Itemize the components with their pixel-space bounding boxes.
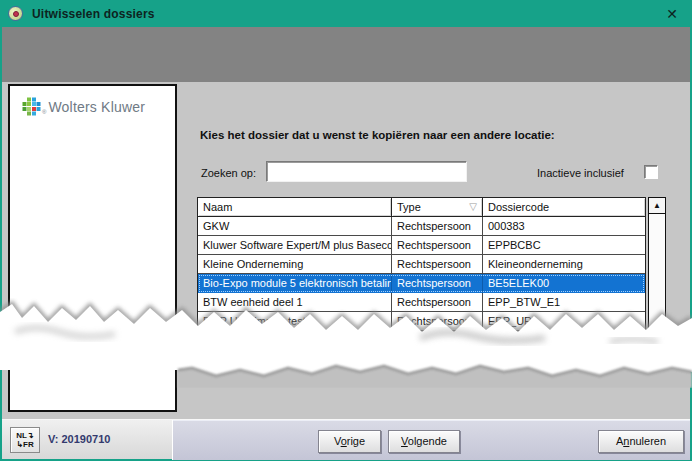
vorige-label-rest: rige [347, 435, 365, 447]
title-bar: Uitwisselen dossiers ✕ [0, 0, 692, 27]
footer-bar: NL↴ ↳FR V: 20190710 Vorige Volgende Annu… [2, 419, 690, 459]
search-label: Zoeken op: [201, 167, 256, 179]
header-band [2, 27, 690, 82]
window-title: Uitwisselen dossiers [32, 7, 155, 21]
vorige-label: V [334, 435, 341, 447]
vorige-button[interactable]: Vorige [318, 430, 381, 453]
cell-naam: Kluwer Software Expert/M plus Basecc [198, 236, 392, 255]
nl-fr-bottom: ↳FR [11, 440, 39, 449]
wolters-kluwer-logo-icon [22, 97, 41, 116]
inactive-checkbox[interactable] [644, 165, 658, 179]
column-header-type-label: Type [397, 201, 421, 213]
close-icon[interactable]: ✕ [660, 5, 684, 23]
cell-dossiercode: EPP_URL [483, 312, 645, 331]
cell-dossiercode: Kleineonderneming [483, 255, 645, 274]
table-row[interactable]: Kluwer Software Expert/M plus Basecc Rec… [198, 236, 645, 255]
vertical-scrollbar[interactable]: ▲ [648, 197, 666, 330]
cell-type: Rechtspersoon [392, 217, 483, 236]
page-title: Kies het dossier dat u wenst te kopiëren… [200, 129, 680, 141]
cell-type: Rechtspersoon [392, 312, 483, 331]
nl-fr-language-toggle[interactable]: NL↴ ↳FR [10, 427, 40, 453]
annuleren-label-rest: nuleren [629, 435, 666, 447]
table-row[interactable]: EMP URL import test Rechtspersoon EPP_UR… [198, 312, 645, 331]
cell-type: Rechtspersoon [392, 274, 483, 293]
volgende-label-rest: olgende [408, 435, 447, 447]
table-row[interactable]: GKW Rechtspersoon 000383 [198, 217, 645, 236]
sort-desc-icon: ▽ [469, 201, 477, 212]
app-icon [8, 6, 23, 21]
volgende-button[interactable]: Volgende [388, 430, 460, 453]
branding-panel: ® Wolters Kluwer [8, 84, 177, 412]
table-row[interactable]: Kleine Onderneming Rechtspersoon Kleineo… [198, 255, 645, 274]
volgende-mnemonic: V [401, 435, 408, 447]
annuleren-button[interactable]: Annuleren [598, 430, 684, 453]
cell-dossiercode: EPPBCBC [483, 236, 645, 255]
cell-type: Rechtspersoon [392, 236, 483, 255]
wolters-kluwer-logo: ® Wolters Kluwer [22, 97, 145, 116]
cell-naam: GKW [198, 217, 392, 236]
table-header: Naam Type▽ Dossiercode [198, 197, 645, 217]
cell-dossiercode: 000383 [483, 217, 645, 236]
column-header-dossiercode[interactable]: Dossiercode [483, 197, 645, 217]
cell-naam: Bio-Expo module 5 elektronisch betalin [198, 274, 392, 293]
version-label: V: 20190710 [48, 433, 110, 445]
app-icon-dot [13, 11, 19, 17]
table-row-selected[interactable]: Bio-Expo module 5 elektronisch betalin R… [198, 274, 645, 293]
cell-naam: EMP URL import test [198, 312, 392, 331]
cell-type: Rechtspersoon [392, 293, 483, 312]
cell-naam: BTW eenheid deel 1 [198, 293, 392, 312]
dialog-uitwisselen-dossiers: Uitwisselen dossiers ✕ [0, 0, 692, 461]
cell-type: Rechtspersoon [392, 255, 483, 274]
scroll-up-icon[interactable]: ▲ [649, 198, 665, 214]
table-row[interactable]: BTW eenheid deel 1 Rechtspersoon EPP_BTW… [198, 293, 645, 312]
column-header-type[interactable]: Type▽ [392, 197, 483, 217]
search-input[interactable] [266, 161, 467, 182]
cell-naam: Kleine Onderneming [198, 255, 392, 274]
logo-registered-mark: ® [42, 109, 46, 115]
cell-dossiercode: EPP_BTW_E1 [483, 293, 645, 312]
column-header-naam[interactable]: Naam [198, 197, 392, 217]
logo-text: Wolters Kluwer [48, 99, 145, 115]
cell-dossiercode: BE5ELEK00 [483, 274, 645, 293]
nl-fr-top: NL↴ [11, 431, 39, 440]
dossier-table: Naam Type▽ Dossiercode GKW Rechtspersoon… [197, 197, 646, 331]
inactive-checkbox-label: Inactieve inclusief [537, 167, 624, 179]
